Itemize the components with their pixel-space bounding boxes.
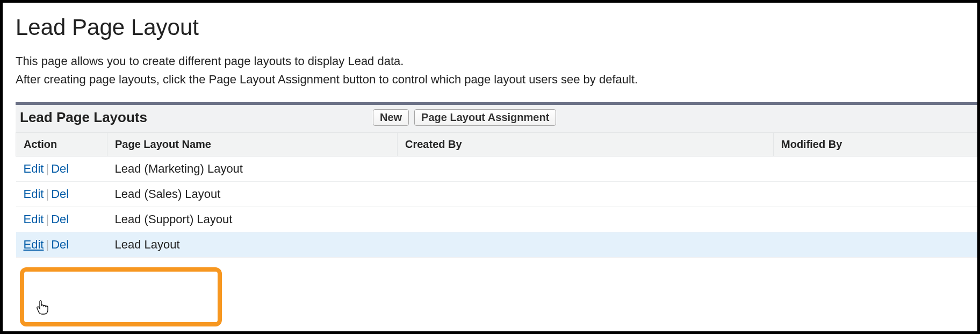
created-by-cell [398,232,774,258]
layout-name-cell: Lead (Sales) Layout [107,182,398,207]
action-cell: Edit|Del [16,157,107,182]
panel-header: Lead Page Layouts New Page Layout Assign… [16,105,977,132]
edit-link[interactable]: Edit [24,212,44,226]
layout-name-cell: Lead Layout [107,232,398,258]
action-separator: | [44,187,51,201]
table-row: Edit|Del Lead Layout [16,232,977,258]
col-action: Action [16,133,107,157]
delete-link[interactable]: Del [51,212,69,226]
page-layout-assignment-button[interactable]: Page Layout Assignment [414,109,556,126]
modified-by-cell [774,232,977,258]
page-title: Lead Page Layout [16,15,977,40]
table-header-row: Action Page Layout Name Created By Modif… [16,133,977,157]
table-row: Edit|Del Lead (Marketing) Layout [16,157,977,182]
edit-link[interactable]: Edit [24,187,44,201]
new-button[interactable]: New [373,109,409,126]
action-separator: | [44,238,51,251]
col-modified: Modified By [774,133,977,157]
modified-by-cell [774,207,977,232]
edit-link[interactable]: Edit [24,238,44,251]
col-created: Created By [398,133,774,157]
app-frame: Lead Page Layout This page allows you to… [0,0,980,334]
layout-name-cell: Lead (Support) Layout [107,207,398,232]
created-by-cell [398,157,774,182]
action-cell: Edit|Del [16,182,107,207]
created-by-cell [398,182,774,207]
layout-name-cell: Lead (Marketing) Layout [107,157,398,182]
modified-by-cell [774,157,977,182]
tutorial-highlight-box [20,267,222,326]
table-row: Edit|Del Lead (Support) Layout [16,207,977,232]
panel-title: Lead Page Layouts [20,109,147,126]
action-cell: Edit|Del [16,232,107,258]
page-description-2: After creating page layouts, click the P… [16,72,977,88]
layouts-panel: Lead Page Layouts New Page Layout Assign… [16,102,977,258]
created-by-cell [398,207,774,232]
delete-link[interactable]: Del [51,162,69,175]
modified-by-cell [774,182,977,207]
action-separator: | [44,212,51,226]
page-description-1: This page allows you to create different… [16,53,977,69]
delete-link[interactable]: Del [51,238,69,251]
layouts-table: Action Page Layout Name Created By Modif… [16,132,977,258]
table-row: Edit|Del Lead (Sales) Layout [16,182,977,207]
delete-link[interactable]: Del [51,187,69,201]
edit-link[interactable]: Edit [24,162,44,175]
action-cell: Edit|Del [16,207,107,232]
panel-buttons: New Page Layout Assignment [373,109,556,126]
action-separator: | [44,162,51,175]
col-name: Page Layout Name [107,133,398,157]
cursor-pointer-icon [36,300,50,317]
